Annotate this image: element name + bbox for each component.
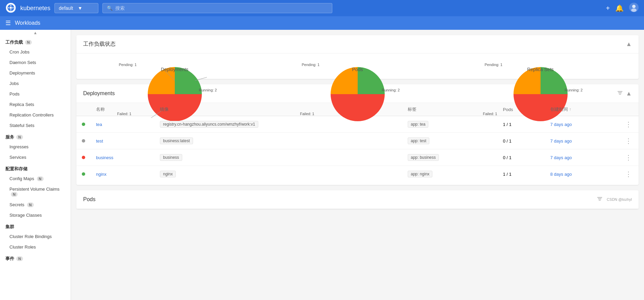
th-time-label: 创建时间 [550, 106, 568, 112]
pods-chart: Pending: 1 Running: 2 Failed: 1 Pods [315, 60, 400, 72]
k8s-logo [5, 2, 16, 14]
pods-chart-label: Pods [352, 67, 363, 72]
sidebar-item-jobs[interactable]: Jobs [0, 78, 71, 89]
sidebar-item-secrets[interactable]: Secrets N [0, 199, 71, 210]
more-button-2[interactable]: ⋮ [624, 154, 633, 161]
sidebar-item-config-maps[interactable]: Config Maps N [0, 173, 71, 184]
row-name-1: test [91, 133, 154, 149]
hamburger-menu[interactable]: ☰ [5, 19, 11, 27]
more-button-0[interactable]: ⋮ [624, 121, 633, 128]
sidebar-item-stateful-sets[interactable]: Stateful Sets [0, 120, 71, 131]
workload-status-header: 工作负载状态 ▲ [76, 35, 639, 53]
deployment-link-3[interactable]: nginx [96, 172, 106, 177]
time-link-0[interactable]: 7 days ago [550, 122, 572, 127]
replicasets-running-label: Running: 2 [565, 88, 582, 92]
deployments-chart: Pending: 1 Running: 2 Failed: 1 Deployme… [133, 60, 217, 72]
search-icon: 🔍 [107, 5, 113, 11]
row-time-3: 8 days ago [545, 166, 618, 183]
sidebar-item-replica-sets[interactable]: Replica Sets [0, 99, 71, 110]
pods-card: Pods CSDN @tozhyl [76, 190, 639, 209]
sidebar-item-deployments[interactable]: Deployments [0, 68, 71, 78]
deployment-link-0[interactable]: tea [96, 122, 102, 127]
workloads-bar: ☰ Workloads [0, 16, 644, 30]
filter-icon[interactable] [617, 90, 623, 97]
row-image-3: nginx [154, 166, 402, 183]
more-button-3[interactable]: ⋮ [624, 170, 633, 178]
label-tag-2: app: business [408, 154, 439, 161]
sidebar: ▲ 工作负载 N Cron Jobs Daemon Sets Deploymen… [0, 30, 71, 220]
user-menu-button[interactable] [629, 3, 639, 14]
row-more-1: ⋮ [618, 133, 639, 149]
deployments-chart-label: Deployments [161, 67, 189, 72]
pods-section-title: Pods [83, 196, 95, 202]
sidebar-item-storage-classes[interactable]: Storage Classes [0, 210, 71, 220]
sidebar-item-pods[interactable]: Pods [0, 89, 71, 99]
config-maps-badge: N [37, 176, 44, 181]
section-services-label: 服务 [5, 134, 14, 140]
row-pods-2: 0 / 1 [498, 149, 545, 166]
image-tag-1: business:latest [160, 137, 193, 144]
collapse-status-button[interactable]: ▲ [626, 41, 632, 48]
svg-point-2 [10, 7, 12, 9]
time-link-3[interactable]: 8 days ago [550, 172, 572, 177]
add-button[interactable]: + [606, 4, 610, 12]
brand-name: kubernetes [20, 5, 50, 12]
more-button-1[interactable]: ⋮ [624, 137, 633, 145]
row-image-2: business [154, 149, 402, 166]
section-config-label: 配置和存储 [5, 166, 27, 172]
namespace-value: default [59, 5, 75, 11]
row-more-3: ⋮ [618, 166, 639, 183]
pods-running-label: Running: 2 [382, 88, 400, 92]
main-content: 工作负载状态 ▲ [71, 30, 644, 220]
row-status-0 [76, 116, 91, 133]
sidebar-item-cron-jobs[interactable]: Cron Jobs [0, 47, 71, 57]
deployment-link-1[interactable]: test [96, 138, 103, 144]
image-tag-0: registry.cn-hangzhou.aliyuncs.com/wmzhyf… [160, 121, 258, 128]
secrets-badge: N [27, 202, 34, 207]
row-name-2: business [91, 149, 154, 166]
table-row: business business app: business 0 / 1 7 … [76, 149, 639, 166]
row-pods-1: 0 / 1 [498, 133, 545, 149]
nav-actions: + 🔔 [606, 3, 639, 14]
pods-header: Pods CSDN @tozhyl [76, 190, 639, 209]
row-more-2: ⋮ [618, 149, 639, 166]
time-link-2[interactable]: 7 days ago [550, 155, 572, 160]
collapse-deployments-button[interactable]: ▲ [626, 90, 632, 97]
namespace-selector[interactable]: default ▼ [54, 3, 98, 13]
row-label-2: app: business [402, 149, 498, 166]
search-bar: 🔍 [102, 3, 332, 13]
status-dot-0 [82, 123, 85, 126]
sidebar-item-daemon-sets[interactable]: Daemon Sets [0, 57, 71, 68]
label-tag-3: app: nginx [408, 171, 432, 177]
notifications-button[interactable]: 🔔 [615, 4, 624, 12]
row-label-0: app: tea [402, 116, 498, 133]
status-dot-1 [82, 139, 85, 143]
top-nav: kubernetes default ▼ 🔍 + 🔔 [0, 0, 644, 16]
pvc-badge: N [11, 192, 18, 197]
deployment-link-2[interactable]: business [96, 155, 113, 160]
row-status-3 [76, 166, 91, 183]
deployments-title: Deployments [83, 90, 115, 97]
sidebar-item-replication-controllers[interactable]: Replication Controllers [0, 110, 71, 120]
pods-filter-icon[interactable] [597, 196, 603, 203]
services-badge: N [16, 135, 23, 140]
search-input[interactable] [115, 5, 328, 11]
sidebar-item-ingresses[interactable]: Ingresses [0, 142, 71, 152]
svg-point-4 [632, 5, 636, 8]
row-more-0: ⋮ [618, 116, 639, 133]
workload-status-title: 工作负载状态 [83, 41, 116, 48]
sidebar-item-pvc[interactable]: Persistent Volume Claims N [0, 184, 71, 199]
scroll-up-btn[interactable]: ▲ [0, 30, 71, 36]
label-tag-1: app: test [408, 137, 429, 144]
time-link-1[interactable]: 7 days ago [550, 138, 572, 144]
sidebar-item-services[interactable]: Services [0, 152, 71, 163]
th-actions [618, 103, 639, 116]
replicasets-failed-label: Failed: 1 [483, 112, 497, 116]
section-workloads-label: 工作负载 [5, 39, 23, 45]
svg-point-5 [631, 8, 637, 12]
row-pods-3: 1 / 1 [498, 166, 545, 183]
workload-status-card: 工作负载状态 ▲ [76, 35, 639, 79]
replica-sets-chart: Pending: 1 Running: 2 Failed: 1 Replica … [498, 60, 583, 72]
deployments-failed-label: Failed: 1 [117, 112, 132, 116]
section-workloads: 工作负载 N [0, 36, 71, 47]
